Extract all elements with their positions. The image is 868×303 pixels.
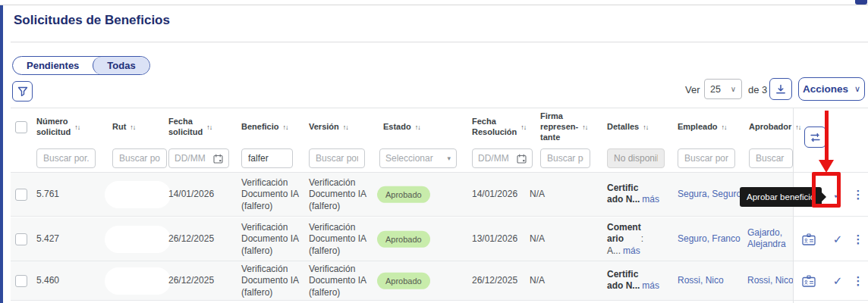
column-header-firma[interactable]: Firma represen- tante ↑↓ — [540, 111, 595, 144]
cell-version: Verificación Documento IA (falfero) — [309, 221, 370, 257]
column-header-numero[interactable]: Número solicitud ↑↓ — [36, 111, 112, 144]
sort-icon[interactable]: ↑↓ — [520, 123, 526, 131]
table-top-border — [11, 108, 868, 108]
page-size-select[interactable]: 25 ∨ — [704, 79, 742, 99]
kebab-menu-icon[interactable]: ⋮ — [854, 274, 863, 288]
total-count-label: de 3 — [748, 84, 767, 95]
cell-detalles: Coment ario: A...más — [607, 221, 669, 257]
chevron-down-icon: ∨ — [854, 84, 860, 94]
benefits-requests-page: Solicitudes de Beneficios Pendientes Tod… — [0, 0, 868, 303]
filter-detalles — [607, 148, 665, 168]
column-header-fecha-resolucion[interactable]: Fecha Resolución ↑↓ — [472, 111, 540, 144]
tab-todas[interactable]: Todas — [93, 57, 149, 74]
cell-numero: 5.761 — [36, 189, 59, 201]
filter-fecha-resolucion-input[interactable]: DD/MM — [472, 148, 533, 168]
mas-link[interactable]: más — [642, 281, 659, 292]
filter-beneficio-input[interactable] — [241, 148, 293, 168]
kebab-menu-icon[interactable]: ⋮ — [854, 188, 863, 201]
id-card-icon[interactable] — [802, 275, 816, 287]
row-checkbox[interactable] — [15, 275, 27, 287]
cell-empleado-link[interactable]: Seguro, Franco — [678, 233, 741, 245]
mas-link[interactable]: más — [642, 195, 659, 205]
row-checkbox[interactable] — [15, 233, 27, 245]
left-accent-bar — [0, 5, 3, 303]
actions-button[interactable]: Acciones ∨ — [798, 77, 865, 101]
cell-firma: N/A — [530, 189, 545, 201]
cell-numero: 5.427 — [36, 233, 59, 245]
funnel-icon — [17, 86, 28, 97]
sort-icon[interactable]: ↑↓ — [206, 123, 212, 131]
cell-empleado-link[interactable]: Rossi, Nico — [678, 275, 724, 287]
cell-fecha-solicitud: 26/12/2025 — [168, 275, 214, 287]
column-header-fecha-solicitud[interactable]: Fecha solicitud ↑↓ — [168, 111, 235, 144]
filter-version-input[interactable] — [309, 148, 365, 168]
cell-fecha-solicitud: 26/12/2025 — [168, 233, 214, 245]
select-all-checkbox[interactable] — [15, 121, 27, 133]
cell-version: Verificación Documento IA (falfero) — [309, 263, 370, 298]
sort-icon[interactable]: ↑↓ — [283, 123, 288, 131]
title-divider — [11, 42, 868, 42]
cell-firma: N/A — [530, 275, 545, 287]
status-tab-group: Pendientes Todas — [12, 56, 150, 75]
filter-rut-input[interactable] — [112, 148, 167, 168]
annotation-arrow-head — [819, 160, 834, 173]
filter-empleado-input[interactable] — [678, 148, 735, 168]
column-header-version[interactable]: Versión ↑↓ — [309, 111, 366, 144]
filter-version — [309, 148, 365, 168]
filter-estado-select[interactable]: Seleccionar ▾ — [379, 148, 457, 168]
actions-button-label: Acciones — [803, 83, 848, 95]
cell-empleado-link[interactable]: Segura, Seguro — [678, 189, 741, 201]
cell-fecha-resolucion: 13/01/2026 — [472, 233, 517, 245]
filter-firma-input[interactable] — [540, 148, 590, 168]
cell-numero: 5.460 — [36, 275, 59, 287]
filter-estado: Seleccionar ▾ — [379, 148, 457, 168]
approve-check-icon[interactable]: ✓ — [831, 274, 844, 288]
calendar-icon — [213, 154, 223, 164]
chevron-down-icon: ∨ — [731, 85, 736, 93]
column-header-aprobador[interactable]: Aprobador ↑↓ — [749, 111, 806, 144]
column-header-empleado[interactable]: Empleado ↑↓ — [678, 111, 737, 144]
sort-icon[interactable]: ↑↓ — [415, 123, 420, 131]
cell-estado: Aprobado — [377, 272, 430, 289]
rut-redaction — [105, 181, 171, 208]
id-card-icon[interactable] — [802, 233, 816, 245]
cell-estado: Aprobado — [377, 186, 430, 202]
filter-numero-input[interactable] — [36, 148, 96, 168]
sort-icon[interactable]: ↑↓ — [722, 123, 727, 131]
sort-icon[interactable]: ↑↓ — [74, 123, 80, 131]
kebab-menu-icon[interactable]: ⋮ — [854, 233, 863, 246]
cell-version: Verificación Documento IA (falfero) — [309, 176, 370, 212]
cell-aprobador-link[interactable]: Rossi, Nico — [747, 275, 794, 287]
filter-aprobador-input[interactable] — [749, 148, 793, 168]
column-header-rut[interactable]: Rut ↑↓ — [112, 111, 159, 144]
cell-estado: Aprobado — [377, 230, 430, 247]
chevron-down-icon: ▾ — [447, 155, 451, 162]
annotation-highlight-rect — [812, 172, 841, 208]
sort-icon[interactable]: ↑↓ — [130, 123, 135, 131]
status-badge: Aprobado — [377, 272, 430, 289]
cell-aprobador-link[interactable]: Gajardo, Alejandra — [747, 227, 794, 251]
status-badge: Aprobado — [377, 230, 430, 247]
tab-pendientes[interactable]: Pendientes — [13, 57, 93, 74]
column-header-estado[interactable]: Estado ↑↓ — [383, 111, 444, 144]
column-header-beneficio[interactable]: Beneficio ↑↓ — [241, 111, 305, 144]
mas-link[interactable]: más — [623, 245, 640, 255]
sort-icon[interactable]: ↑↓ — [343, 123, 348, 131]
download-button[interactable] — [769, 78, 792, 100]
cell-fecha-solicitud: 14/01/2026 — [168, 189, 214, 201]
calendar-icon — [517, 154, 527, 164]
sliders-icon — [810, 132, 821, 143]
approve-check-icon[interactable]: ✓ — [831, 233, 844, 246]
column-settings-button[interactable] — [804, 127, 826, 148]
row-checkbox[interactable] — [15, 189, 27, 201]
rut-redaction — [105, 226, 171, 253]
filter-fecha-solicitud-input[interactable]: DD/MM — [168, 148, 229, 168]
table-row: 5.427 26/12/2025 Verificación Documento … — [11, 217, 868, 261]
filter-numero — [36, 148, 96, 168]
sort-icon[interactable]: ↑↓ — [643, 123, 648, 131]
status-badge: Aprobado — [377, 186, 430, 202]
sort-icon[interactable]: ↑↓ — [582, 123, 587, 131]
filter-button[interactable] — [12, 81, 33, 102]
column-header-detalles[interactable]: Detalles ↑↓ — [607, 111, 662, 144]
sort-icon[interactable]: ↑↓ — [795, 123, 800, 131]
